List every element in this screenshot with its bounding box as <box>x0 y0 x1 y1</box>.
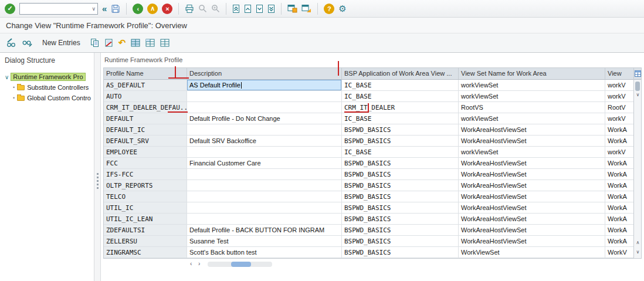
back-button[interactable]: ‹ <box>133 4 143 14</box>
cell-view-set-name[interactable]: WorkAreaHostViewSet <box>459 158 605 168</box>
cell-view[interactable]: WorkA <box>605 202 633 213</box>
column-header-bsp-application[interactable]: BSP Application of Work Area View ... <box>342 68 459 79</box>
cell-description[interactable] <box>187 214 342 224</box>
deselect-all-button[interactable] <box>160 39 170 47</box>
cell-view-set-name[interactable]: WorkAreaHostViewSet <box>459 214 605 224</box>
page-down-button[interactable] <box>256 4 263 13</box>
cell-description[interactable] <box>187 147 342 157</box>
cell-view[interactable]: WorkA <box>605 136 633 146</box>
find-next-button[interactable] <box>211 4 220 13</box>
cell-description[interactable]: AS Default Profile <box>187 80 342 90</box>
vertical-scrollbar-thumb[interactable] <box>635 82 640 91</box>
help-button[interactable]: ? <box>324 4 334 14</box>
cell-bsp-application[interactable]: IC_BASE <box>342 80 459 90</box>
first-page-button[interactable] <box>232 4 240 13</box>
cell-description[interactable] <box>187 91 342 101</box>
cell-view[interactable]: workV <box>605 147 633 157</box>
cell-view-set-name[interactable]: WorkAreaHostViewSet <box>459 191 605 202</box>
cell-description[interactable]: Default SRV Backoffice <box>187 136 342 146</box>
cell-bsp-application[interactable]: IC_BASE <box>342 147 459 157</box>
page-up-button[interactable] <box>244 4 252 13</box>
cell-view-set-name[interactable]: workViewSet <box>459 147 605 157</box>
command-field[interactable] <box>20 4 86 13</box>
cell-view[interactable]: WorkA <box>605 169 633 180</box>
cell-bsp-application[interactable]: IC_BASE <box>342 113 459 124</box>
cell-description[interactable]: Financial Customer Care <box>187 158 342 168</box>
horizontal-scrollbar[interactable]: ‹ › <box>103 260 642 268</box>
cell-profile-name[interactable]: UTIL_IC <box>104 202 187 213</box>
cell-profile-name[interactable]: FCC <box>104 158 187 168</box>
cell-view[interactable]: WorkA <box>605 180 633 191</box>
horizontal-scrollbar-track[interactable] <box>208 262 272 267</box>
cell-view[interactable]: WorkA <box>605 191 633 202</box>
save-button[interactable] <box>111 4 120 13</box>
cell-bsp-application[interactable]: BSPWD_BASICS <box>342 202 459 213</box>
cell-view[interactable]: WorkA <box>605 236 633 246</box>
horizontal-scrollbar-thumb[interactable] <box>231 262 251 267</box>
cell-bsp-application[interactable]: BSPWD_BASICS <box>342 158 459 168</box>
cell-view-set-name[interactable]: WorkAreaHostViewSet <box>459 136 605 146</box>
cell-bsp-application[interactable]: IC_BASE <box>342 91 459 101</box>
tree-item-substitute-controllers[interactable]: • Substitute Controllers <box>13 82 94 93</box>
cell-view[interactable]: WorkA <box>605 214 633 224</box>
cancel-button[interactable]: × <box>162 4 172 14</box>
cell-view-set-name[interactable]: WorkAreaHostViewSet <box>459 169 605 180</box>
new-session-button[interactable] <box>287 4 297 13</box>
splitter-grip-icon[interactable] <box>97 173 99 189</box>
copy-as-button[interactable] <box>90 38 99 48</box>
cell-profile-name[interactable]: DEFAULT <box>104 113 187 124</box>
vertical-scrollbar[interactable]: ∨ ∧ ∨ <box>633 68 641 258</box>
select-all-button[interactable] <box>131 39 140 47</box>
cell-bsp-application[interactable]: BSPWD_BASICS <box>342 225 459 235</box>
cell-view[interactable]: workV <box>605 91 633 101</box>
cell-bsp-application[interactable]: BSPWD_BASICS <box>342 124 459 135</box>
cell-profile-name[interactable]: IFS-FCC <box>104 169 187 180</box>
display-view-button[interactable] <box>22 38 32 48</box>
cell-description[interactable] <box>187 180 342 191</box>
cell-view[interactable]: WorkA <box>605 158 633 168</box>
cell-description[interactable]: Default Profile - BACK BUTTON FOR INGRAM <box>187 225 342 235</box>
cell-bsp-application[interactable]: BSPWD_BASICS <box>342 191 459 202</box>
column-header-description[interactable]: Description <box>187 68 342 79</box>
cell-view-set-name[interactable]: RootVS <box>459 102 605 113</box>
command-field-dropdown-icon[interactable]: ∨ <box>91 6 97 12</box>
cell-view-set-name[interactable]: workViewSet <box>459 113 605 124</box>
chevron-down-icon[interactable]: ∨ <box>5 74 9 80</box>
cell-view[interactable]: workV <box>605 80 633 90</box>
create-shortcut-button[interactable] <box>301 4 311 13</box>
cell-view[interactable]: WorkA <box>605 225 633 235</box>
scroll-down-button[interactable]: ∨ <box>634 249 642 255</box>
cell-profile-name[interactable]: AUTO <box>104 91 187 101</box>
print-button[interactable] <box>185 4 194 13</box>
cell-description[interactable] <box>187 191 342 202</box>
new-entries-button[interactable]: New Entries <box>38 38 85 48</box>
cell-view[interactable]: WorkV <box>605 247 633 258</box>
cell-view-set-name[interactable]: WorkViewSet <box>459 247 605 258</box>
column-header-view-set-name[interactable]: View Set Name for Work Area <box>459 68 605 79</box>
cell-profile-name[interactable]: AS_DEFAULT <box>104 80 187 90</box>
customize-layout-button[interactable]: ⚙ <box>338 4 346 14</box>
enter-button[interactable]: ✓ <box>5 4 15 14</box>
cell-view-set-name[interactable]: workViewSet <box>459 80 605 90</box>
collapse-command-field-button[interactable]: « <box>102 4 107 13</box>
select-block-button[interactable] <box>145 39 155 47</box>
scroll-up-button[interactable]: ∧ <box>634 240 642 245</box>
last-page-button[interactable] <box>267 4 275 13</box>
cell-profile-name[interactable]: EMPLOYEE <box>104 147 187 157</box>
cell-description[interactable]: Default Profile - Do Not Change <box>187 113 342 124</box>
cell-profile-name[interactable]: ZELLERSU <box>104 236 187 246</box>
exit-button[interactable]: ∧ <box>147 4 158 14</box>
cell-view[interactable]: workV <box>605 113 633 124</box>
cell-profile-name[interactable]: OLTP_REPORTS <box>104 180 187 191</box>
cell-bsp-application[interactable]: BSPWD_BASICS <box>342 169 459 180</box>
scroll-left-button[interactable]: ‹ <box>190 260 192 267</box>
cell-view-set-name[interactable]: WorkAreaHostViewSet <box>459 202 605 213</box>
cell-profile-name[interactable]: UTIL_IC_LEAN <box>104 214 187 224</box>
delete-button[interactable] <box>104 38 113 48</box>
cell-description[interactable]: Susanne Test <box>187 236 342 246</box>
cell-bsp-application[interactable]: BSPWD_BASICS <box>342 136 459 146</box>
cell-bsp-application[interactable]: BSPWD_BASICS <box>342 214 459 224</box>
find-button[interactable] <box>198 4 207 13</box>
scroll-right-button[interactable]: › <box>198 260 200 267</box>
cell-view-set-name[interactable]: WorkAreaHostViewSet <box>459 180 605 191</box>
